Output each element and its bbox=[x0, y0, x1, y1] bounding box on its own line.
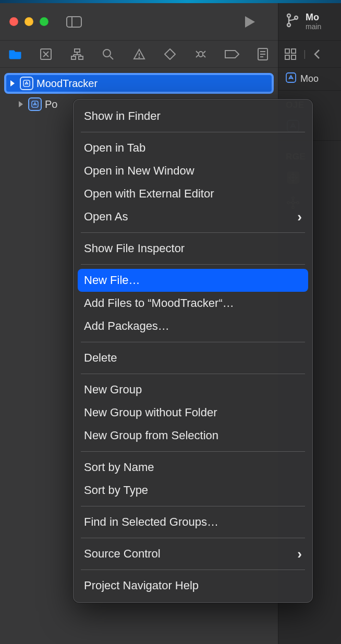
source-control-navigator-tab[interactable] bbox=[37, 45, 55, 63]
menu-item[interactable]: Sort by Name bbox=[74, 456, 312, 479]
menu-item-label: New Group bbox=[84, 383, 142, 397]
close-window-button[interactable] bbox=[9, 17, 18, 26]
tree-item-moodtracker[interactable]: MoodTracker bbox=[4, 73, 274, 94]
find-navigator-tab[interactable] bbox=[99, 45, 117, 63]
menu-separator bbox=[81, 506, 305, 506]
menu-item-label: Add Packages… bbox=[84, 319, 169, 333]
svg-rect-28 bbox=[286, 73, 296, 82]
menu-item[interactable]: Find in Selected Groups… bbox=[74, 511, 312, 534]
menu-separator bbox=[81, 569, 305, 570]
menu-separator bbox=[81, 451, 305, 452]
branch-name[interactable]: Mo main bbox=[306, 13, 321, 31]
back-button[interactable] bbox=[313, 49, 321, 59]
menu-item-label: New Group without Folder bbox=[84, 406, 217, 419]
branch-header: Mo main bbox=[278, 3, 341, 41]
grid-icon[interactable] bbox=[285, 48, 296, 60]
menu-item-label: Open with External Editor bbox=[84, 187, 214, 201]
project-navigator-tab[interactable] bbox=[6, 45, 24, 63]
context-menu: Show in FinderOpen in TabOpen in New Win… bbox=[73, 99, 313, 603]
breakpoint-navigator-tab[interactable] bbox=[223, 45, 241, 63]
menu-item[interactable]: Open in New Window bbox=[74, 159, 312, 182]
breadcrumb[interactable]: Moo bbox=[278, 68, 341, 91]
svg-line-11 bbox=[110, 56, 113, 59]
sidebar-toggle-button[interactable] bbox=[66, 16, 82, 28]
menu-separator bbox=[81, 264, 305, 265]
menu-item-label: Show File Inspector bbox=[84, 242, 185, 255]
menu-separator bbox=[81, 232, 305, 233]
menu-item-label: New Group from Selection bbox=[84, 429, 218, 442]
menu-item[interactable]: Source Control› bbox=[74, 542, 312, 565]
svg-point-13 bbox=[139, 57, 139, 57]
svg-point-22 bbox=[287, 23, 290, 27]
svg-rect-26 bbox=[285, 55, 289, 59]
menu-item[interactable]: Add Packages… bbox=[74, 315, 312, 338]
menu-item[interactable]: Sort by Type bbox=[74, 479, 312, 502]
menu-item-label: Find in Selected Groups… bbox=[84, 515, 218, 529]
symbol-navigator-tab[interactable] bbox=[68, 45, 86, 63]
menu-item[interactable]: New Group without Folder bbox=[74, 401, 312, 424]
issue-navigator-tab[interactable] bbox=[130, 45, 148, 63]
zoom-window-button[interactable] bbox=[40, 17, 48, 26]
project-icon bbox=[20, 77, 33, 90]
report-navigator-tab[interactable] bbox=[254, 45, 272, 63]
svg-rect-3 bbox=[75, 49, 80, 52]
svg-point-21 bbox=[287, 14, 290, 17]
traffic-lights bbox=[9, 17, 48, 26]
menu-separator bbox=[81, 374, 305, 374]
menu-item[interactable]: Add Files to “MoodTracker“… bbox=[74, 292, 312, 315]
svg-rect-27 bbox=[291, 55, 296, 59]
minimize-window-button[interactable] bbox=[25, 17, 33, 26]
menu-item[interactable]: Delete bbox=[74, 346, 312, 369]
menu-item[interactable]: Show in Finder bbox=[74, 105, 312, 128]
menu-item-label: Show in Finder bbox=[84, 109, 161, 123]
menu-separator bbox=[81, 538, 305, 538]
menu-item-label: Open As bbox=[84, 210, 128, 224]
test-navigator-tab[interactable] bbox=[161, 45, 179, 63]
menu-item-label: New File… bbox=[84, 274, 140, 287]
breadcrumb-text: Moo bbox=[300, 73, 319, 84]
menu-item-label: Sort by Type bbox=[84, 484, 148, 497]
menu-item-label: Sort by Name bbox=[84, 461, 154, 474]
menu-item[interactable]: New File… bbox=[78, 269, 308, 292]
menu-item-label: Source Control bbox=[84, 547, 161, 561]
svg-rect-5 bbox=[79, 56, 83, 59]
svg-point-10 bbox=[103, 49, 111, 57]
menu-separator bbox=[81, 342, 305, 342]
title-bar bbox=[0, 3, 278, 41]
svg-rect-0 bbox=[67, 17, 81, 27]
menu-item-label: Add Files to “MoodTracker“… bbox=[84, 296, 234, 310]
tree-item-label: MoodTracker bbox=[36, 78, 98, 90]
chevron-right-icon: › bbox=[297, 209, 302, 225]
menu-item[interactable]: Show File Inspector bbox=[74, 237, 312, 260]
menu-item[interactable]: Project Navigator Help bbox=[74, 574, 312, 597]
branch-title: Mo bbox=[306, 13, 321, 23]
tree-item-label: Po bbox=[45, 98, 57, 110]
menu-item[interactable]: Open in Tab bbox=[74, 137, 312, 159]
menu-item[interactable]: Open with External Editor bbox=[74, 182, 312, 205]
editor-toolbar: | bbox=[278, 41, 341, 68]
menu-item[interactable]: New Group from Selection bbox=[74, 424, 312, 447]
menu-separator bbox=[81, 132, 305, 132]
menu-item[interactable]: Open As› bbox=[74, 205, 312, 228]
branch-subtitle: main bbox=[306, 23, 321, 31]
branch-icon bbox=[286, 13, 299, 31]
svg-rect-14 bbox=[199, 52, 203, 57]
menu-item-label: Project Navigator Help bbox=[84, 579, 199, 592]
debug-navigator-tab[interactable] bbox=[192, 45, 210, 63]
menu-item-label: Delete bbox=[84, 351, 117, 365]
chevron-right-icon[interactable] bbox=[8, 80, 17, 87]
project-icon bbox=[286, 72, 296, 85]
svg-rect-4 bbox=[71, 56, 76, 59]
svg-rect-25 bbox=[291, 49, 296, 53]
run-button[interactable] bbox=[243, 15, 256, 29]
chevron-right-icon[interactable] bbox=[17, 101, 25, 108]
menu-item-label: Open in New Window bbox=[84, 164, 194, 178]
menu-item-label: Open in Tab bbox=[84, 141, 145, 155]
chevron-right-icon: › bbox=[297, 546, 302, 562]
project-icon bbox=[28, 97, 42, 111]
svg-rect-24 bbox=[285, 49, 289, 53]
menu-item[interactable]: New Group bbox=[74, 378, 312, 401]
navigator-toolbar bbox=[0, 41, 278, 68]
